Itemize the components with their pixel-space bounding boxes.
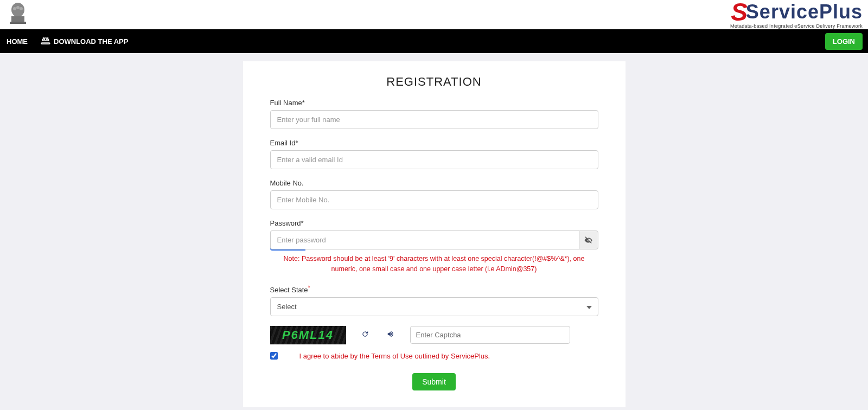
mobile-input[interactable] — [270, 190, 598, 209]
national-emblem — [5, 1, 30, 28]
nav-download-app[interactable]: DOWNLOAD THE APP — [34, 29, 135, 53]
submit-button[interactable]: Submit — [412, 373, 456, 390]
top-header: S ServicePlus Metadata-based Integrated … — [0, 0, 868, 29]
captcha-image: P6ML14 — [270, 326, 346, 344]
svg-point-3 — [13, 7, 16, 10]
audio-captcha-button[interactable] — [384, 328, 397, 342]
svg-point-4 — [20, 7, 23, 10]
registration-form: REGISTRATION Full Name* Email Id* Mobile… — [243, 61, 626, 407]
svg-point-9 — [47, 39, 48, 40]
svg-rect-2 — [10, 22, 26, 24]
svg-rect-1 — [11, 16, 24, 22]
eye-off-icon — [584, 235, 593, 245]
svg-point-8 — [44, 39, 45, 40]
password-label: Password* — [270, 219, 598, 227]
password-visibility-toggle[interactable] — [579, 230, 598, 249]
terms-text: I agree to abide by the Terms of Use out… — [299, 352, 490, 360]
brand-tagline: Metadata-based Integrated eService Deliv… — [730, 23, 863, 29]
nav-home[interactable]: HOME — [0, 29, 34, 53]
email-label: Email Id* — [270, 139, 598, 147]
svg-rect-10 — [41, 43, 50, 44]
form-title: REGISTRATION — [270, 75, 598, 89]
login-button[interactable]: LOGIN — [825, 33, 863, 50]
refresh-captcha-button[interactable] — [359, 328, 371, 342]
fullname-input[interactable] — [270, 110, 598, 129]
sp-icon: S — [731, 2, 743, 22]
brand-name: ServicePlus — [746, 1, 863, 23]
svg-point-0 — [11, 3, 24, 17]
password-note: Note: Password should be at least '9' ch… — [270, 254, 598, 274]
android-icon — [41, 35, 50, 48]
svg-point-5 — [16, 6, 20, 9]
fullname-label: Full Name* — [270, 99, 598, 107]
state-select[interactable]: Select — [270, 297, 598, 316]
captcha-input[interactable] — [410, 326, 570, 344]
terms-checkbox[interactable] — [270, 352, 278, 360]
refresh-icon — [361, 330, 369, 338]
state-label: Select State* — [270, 284, 598, 294]
nav-bar: HOME DOWNLOAD THE APP LOGIN — [0, 29, 868, 53]
mobile-label: Mobile No. — [270, 179, 598, 187]
volume-icon — [386, 330, 395, 338]
brand-logo: S ServicePlus Metadata-based Integrated … — [730, 1, 863, 29]
email-input[interactable] — [270, 150, 598, 169]
password-input[interactable] — [270, 230, 579, 249]
